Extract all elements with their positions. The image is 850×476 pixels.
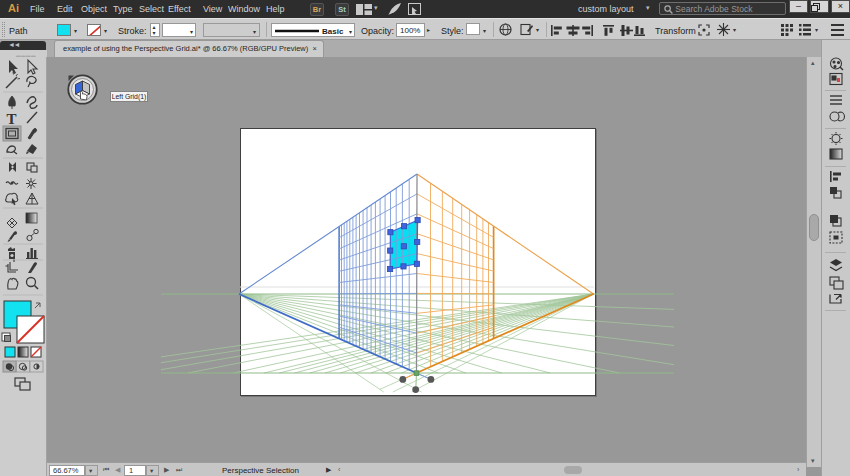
svg-text:T: T bbox=[7, 111, 17, 127]
